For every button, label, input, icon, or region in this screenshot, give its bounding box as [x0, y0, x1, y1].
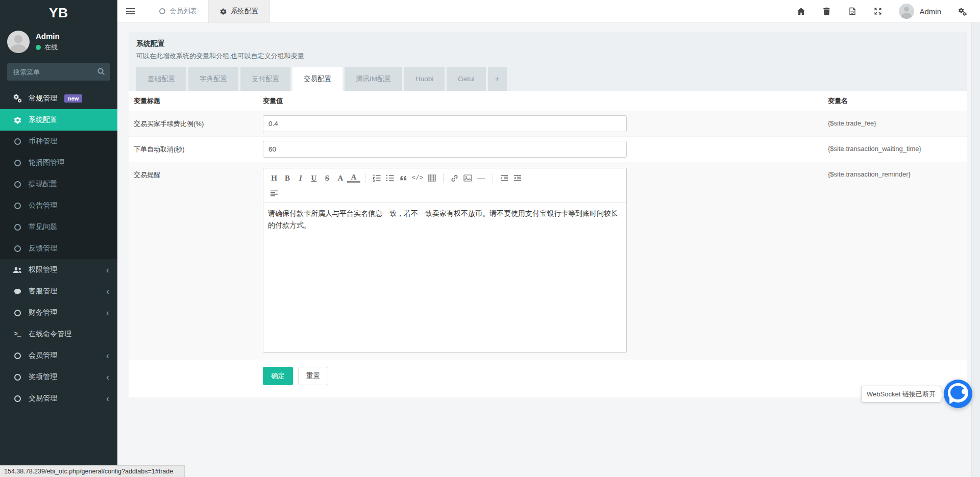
reset-button[interactable]: 重置 — [298, 367, 328, 385]
config-tabs: 基础配置 字典配置 支付配置 交易配置 腾讯IM配置 Huobi Getui + — [136, 67, 959, 91]
sidebar-item-fankui[interactable]: 反馈管理 — [0, 238, 117, 259]
sidebar-item-label: 常见问题 — [29, 222, 57, 232]
sidebar-item-jiaoyi[interactable]: 交易管理 ‹ — [0, 388, 117, 409]
chevron-left-icon: ‹ — [106, 265, 109, 274]
outdent-icon[interactable] — [511, 170, 524, 186]
topbar-actions: Admin — [797, 0, 980, 22]
blockquote-icon[interactable] — [397, 170, 410, 186]
sidebar-item-label: 常规管理 — [29, 94, 57, 103]
trash-icon[interactable] — [822, 7, 831, 16]
divider — [365, 173, 365, 183]
indent-icon[interactable] — [498, 170, 511, 186]
avatar — [7, 31, 30, 53]
sidebar-item-zaixianmingling[interactable]: >_ 在线命令管理 — [0, 323, 117, 345]
sidebar-item-jiangxiang[interactable]: 奖项管理 ‹ — [0, 366, 117, 388]
chat-widget-button[interactable] — [944, 380, 972, 408]
users-icon — [12, 267, 22, 273]
code-icon[interactable]: </> — [410, 170, 425, 186]
strikethrough-icon[interactable]: S — [321, 170, 334, 186]
chevron-left-icon: ‹ — [106, 394, 109, 403]
sidebar-item-label: 奖项管理 — [29, 372, 57, 382]
sidebar-item-label: 在线命令管理 — [29, 330, 71, 339]
clear-cache-icon[interactable] — [848, 7, 856, 16]
font-color-icon[interactable]: A — [347, 173, 360, 183]
link-icon[interactable] — [448, 170, 461, 186]
avatar — [899, 4, 914, 19]
tab-tencent-im-config[interactable]: 腾讯IM配置 — [345, 67, 402, 91]
editor-toolbar: H B I U S A A — [263, 168, 626, 203]
image-icon[interactable] — [461, 170, 475, 186]
table-row: 下单自动取消(秒) {$site.transaction_waiting_tim… — [129, 137, 967, 162]
tab-label: 系统配置 — [231, 7, 258, 16]
comment-icon — [12, 288, 22, 295]
chevron-left-icon: ‹ — [106, 287, 109, 296]
sidebar-item-label: 财务管理 — [29, 308, 57, 317]
sidebar-item-caiwu[interactable]: 财务管理 ‹ — [0, 302, 117, 323]
scrollbar[interactable] — [971, 23, 980, 477]
heading-icon[interactable]: H — [267, 170, 281, 186]
tab-member-list[interactable]: 会员列表 — [148, 0, 208, 22]
status-url-bar: 154.38.78.239/ebi_otc.php/general/config… — [0, 465, 185, 477]
cog-icon — [12, 116, 22, 124]
sidebar-item-label: 轮播图管理 — [29, 158, 64, 167]
tab-trade-config[interactable]: 交易配置 — [292, 67, 342, 91]
tab-basic-config[interactable]: 基础配置 — [136, 67, 186, 91]
sidebar-item-label: 公告管理 — [29, 201, 57, 210]
waiting-time-input[interactable] — [263, 141, 627, 158]
sidebar-toggle-button[interactable] — [117, 0, 143, 22]
online-dot-icon — [36, 45, 41, 50]
align-left-icon[interactable] — [267, 186, 281, 201]
topbar-user-name: Admin — [919, 7, 941, 16]
sidebar-item-changgui[interactable]: 常规管理 new — [0, 88, 117, 109]
unordered-list-icon[interactable] — [383, 170, 397, 186]
submit-button[interactable]: 确定 — [263, 367, 293, 385]
sidebar-item-bizhong[interactable]: 币种管理 — [0, 131, 117, 152]
user-status: 在线 — [36, 43, 60, 52]
home-icon[interactable] — [797, 7, 805, 16]
settings-cogs-icon[interactable] — [958, 7, 967, 16]
chevron-left-icon: ‹ — [106, 372, 109, 382]
tab-dict-config[interactable]: 字典配置 — [188, 67, 238, 91]
tab-getui[interactable]: Getui — [447, 67, 485, 91]
italic-icon[interactable]: I — [294, 170, 307, 186]
sidebar-item-lunbotu[interactable]: 轮播图管理 — [0, 152, 117, 173]
sidebar-item-label: 反馈管理 — [29, 244, 57, 253]
table-icon[interactable] — [425, 170, 438, 186]
sidebar-item-quanxian[interactable]: 权限管理 ‹ — [0, 259, 117, 281]
search-input[interactable] — [7, 63, 110, 81]
search-icon[interactable] — [97, 67, 106, 77]
trade-fee-input[interactable] — [263, 115, 627, 132]
sidebar-search — [7, 63, 110, 81]
tab-pay-config[interactable]: 支付配置 — [240, 67, 290, 91]
bold-icon[interactable]: B — [281, 170, 294, 186]
chat-bubble-dot — [962, 389, 967, 394]
config-panel: 系统配置 可以在此增改系统的变量和分组,也可以自定义分组和变量 基础配置 字典配… — [129, 32, 967, 397]
underline-icon[interactable]: U — [307, 170, 321, 186]
bars-icon — [126, 7, 135, 16]
sidebar-item-xitongpeizhi[interactable]: 系统配置 — [0, 109, 117, 131]
circle-icon — [12, 395, 22, 402]
font-size-icon[interactable]: A — [334, 170, 347, 186]
editor-content[interactable]: 请确保付款卡所属人与平台实名信息一致，若不一致卖家有权不放币。请不要使用支付宝银… — [263, 203, 626, 352]
sidebar-item-changjianwenti[interactable]: 常见问题 — [0, 216, 117, 238]
ordered-list-icon[interactable] — [370, 170, 383, 186]
user-panel: Admin 在线 — [0, 26, 117, 59]
app-logo[interactable]: YB — [0, 0, 117, 26]
col-header-name: 变量名 — [828, 96, 966, 106]
sidebar-item-gonggao[interactable]: 公告管理 — [0, 195, 117, 216]
divider — [493, 173, 493, 183]
add-tab-button[interactable]: + — [488, 67, 507, 91]
screen: YB Admin 在线 — [0, 0, 980, 477]
topbar-user-menu[interactable]: Admin — [899, 4, 941, 19]
panel-heading: 系统配置 可以在此增改系统的变量和分组,也可以自定义分组和变量 基础配置 字典配… — [129, 32, 967, 91]
circle-icon — [12, 138, 22, 145]
tab-system-config[interactable]: 系统配置 — [208, 0, 270, 22]
sidebar-item-huiyuan[interactable]: 会员管理 ‹ — [0, 345, 117, 366]
fullscreen-icon[interactable] — [873, 7, 882, 16]
circle-icon — [12, 203, 22, 209]
tab-huobi[interactable]: Huobi — [404, 67, 445, 91]
circle-icon — [12, 160, 22, 166]
sidebar-item-tixian[interactable]: 提现配置 — [0, 173, 117, 195]
horizontal-rule-icon[interactable]: — — [475, 170, 488, 186]
sidebar-item-kefu[interactable]: 客服管理 ‹ — [0, 281, 117, 302]
